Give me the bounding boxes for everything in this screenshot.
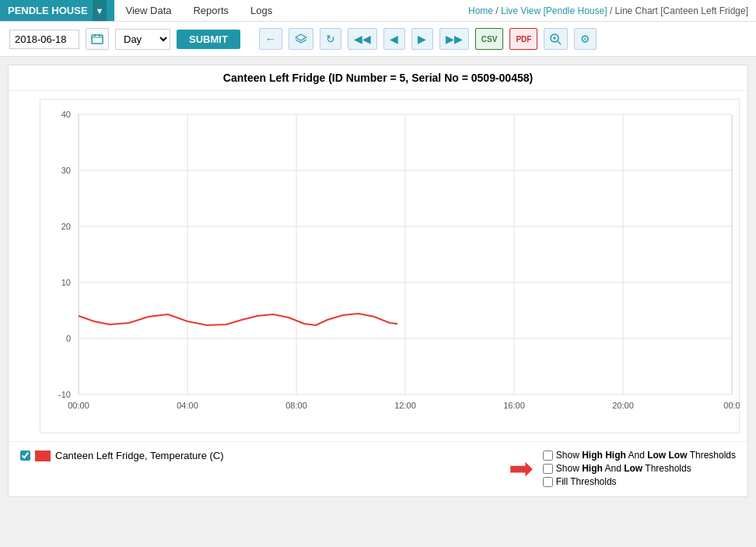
back-icon[interactable]: ← [259, 28, 282, 50]
series-label: Canteen Left Fridge, Temperature (C) [55, 450, 224, 461]
svg-marker-4 [296, 34, 306, 40]
series-checkbox[interactable] [20, 451, 30, 461]
calendar-icon[interactable] [86, 28, 109, 50]
breadcrumb-chart: Line Chart [Canteen Left Fridge] [615, 5, 748, 16]
chart-inner: 40 30 20 10 0 -10 [40, 99, 740, 433]
red-arrow: ➡ [509, 454, 534, 483]
threshold-item-2: Show High And Low Thresholds [543, 463, 736, 474]
threshold-2-label: Show High And Low Thresholds [556, 463, 691, 474]
threshold-3-label: Fill Thresholds [556, 476, 617, 487]
settings-icon[interactable]: ⚙ [574, 28, 597, 50]
svg-rect-9 [40, 99, 740, 433]
nav-view-data[interactable]: View Data [122, 5, 174, 16]
legend-left: Canteen Left Fridge, Temperature (C) [20, 450, 485, 461]
csv-icon[interactable]: CSV [475, 28, 504, 50]
svg-text:20:00: 20:00 [612, 401, 634, 410]
chart-panel: Canteen Left Fridge (ID Number = 5, Seri… [8, 65, 748, 497]
brand-logo: PENDLE HOUSE ▼ [0, 0, 114, 21]
svg-text:00:0: 00:0 [723, 401, 740, 410]
date-input[interactable] [9, 30, 79, 49]
main-nav: View Data Reports Logs [122, 0, 275, 21]
threshold-3-checkbox[interactable] [543, 477, 553, 487]
layers-icon[interactable] [289, 28, 313, 50]
last-icon[interactable]: ▶▶ [439, 28, 469, 50]
chart-title: Canteen Left Fridge (ID Number = 5, Seri… [9, 65, 747, 91]
first-icon[interactable]: ◀◀ [348, 28, 377, 50]
threshold-item-3: Fill Thresholds [543, 476, 736, 487]
svg-text:40: 40 [61, 110, 71, 119]
legend-area: Canteen Left Fridge, Temperature (C) ➡ S… [9, 441, 747, 496]
breadcrumb-sep1: / [495, 5, 501, 16]
header: PENDLE HOUSE ▼ View Data Reports Logs Ho… [0, 0, 756, 22]
svg-text:10: 10 [61, 278, 71, 287]
threshold-1-label: Show High High And Low Low Thresholds [556, 450, 736, 461]
svg-text:16:00: 16:00 [503, 401, 525, 410]
svg-text:-10: -10 [58, 390, 71, 399]
toolbar: Day Week Month SUBMIT ← ↻ ◀◀ ◀ ▶ ▶▶ CSV … [0, 22, 756, 57]
threshold-2-checkbox[interactable] [543, 464, 553, 474]
svg-line-6 [558, 41, 561, 44]
threshold-item-1: Show High High And Low Low Thresholds [543, 450, 736, 461]
series-color-box [35, 451, 51, 461]
pdf-icon[interactable]: PDF [509, 28, 537, 50]
submit-button[interactable]: SUBMIT [177, 30, 240, 49]
breadcrumb-sep2: / [610, 5, 615, 16]
svg-text:0: 0 [66, 334, 71, 343]
breadcrumb: Home / Live View [Pendle House] / Line C… [468, 5, 748, 16]
breadcrumb-live-view[interactable]: Live View [Pendle House] [501, 5, 607, 16]
play-icon[interactable]: ▶ [411, 28, 433, 50]
refresh-icon[interactable]: ↻ [320, 28, 341, 50]
nav-reports[interactable]: Reports [190, 5, 232, 16]
chart-svg: 40 30 20 10 0 -10 [40, 99, 740, 433]
threshold-1-checkbox[interactable] [543, 451, 553, 461]
brand-dropdown-button[interactable]: ▼ [93, 0, 107, 21]
period-select[interactable]: Day Week Month [115, 29, 170, 50]
svg-text:20: 20 [61, 222, 71, 231]
legend-right: Show High High And Low Low Thresholds Sh… [543, 450, 736, 487]
prev-icon[interactable]: ◀ [383, 28, 405, 50]
svg-text:08:00: 08:00 [285, 401, 307, 410]
svg-text:30: 30 [61, 166, 71, 175]
svg-text:12:00: 12:00 [394, 401, 416, 410]
svg-rect-0 [92, 35, 103, 44]
brand-name: PENDLE HOUSE [8, 5, 88, 16]
chart-container: Temperature (C) 40 30 20 [9, 91, 747, 441]
breadcrumb-home[interactable]: Home [468, 5, 493, 16]
nav-logs[interactable]: Logs [247, 5, 275, 16]
zoom-icon[interactable] [544, 28, 568, 50]
svg-text:04:00: 04:00 [177, 401, 198, 410]
svg-text:00:00: 00:00 [68, 401, 89, 410]
